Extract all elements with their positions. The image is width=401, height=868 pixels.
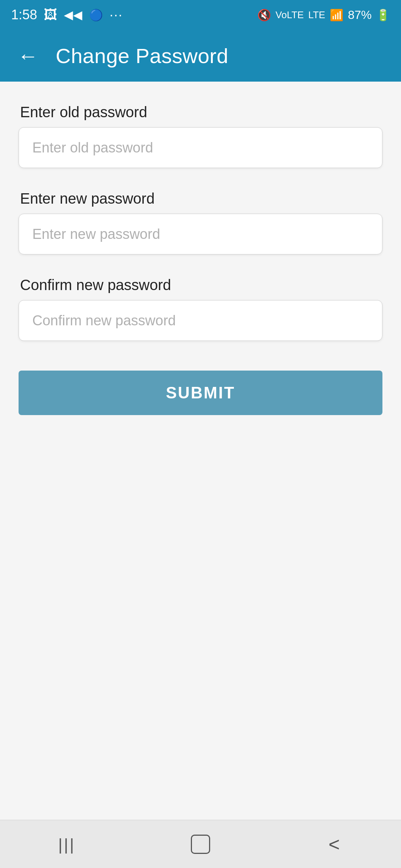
battery-icon: 🔋 bbox=[376, 9, 390, 22]
confirm-password-group: Confirm new password bbox=[19, 277, 382, 341]
submit-button[interactable]: SUBMIT bbox=[19, 371, 382, 415]
recent-apps-icon bbox=[58, 834, 75, 854]
volte-icon: VoLTE bbox=[276, 9, 304, 21]
app-bar: ← Change Password bbox=[0, 30, 401, 82]
confirm-password-label: Confirm new password bbox=[19, 277, 382, 293]
location-icon: 🔵 bbox=[89, 9, 103, 22]
status-bar: 1:58 🖼 ◀◀ 🔵 ··· 🔇 VoLTE LTE 📶 87% 🔋 bbox=[0, 0, 401, 30]
content-area: Enter old password Enter new password Co… bbox=[0, 82, 401, 820]
home-icon bbox=[191, 835, 210, 854]
mute-icon: 🔇 bbox=[257, 9, 271, 22]
status-left: 1:58 🖼 ◀◀ 🔵 ··· bbox=[11, 7, 123, 23]
page-title: Change Password bbox=[56, 44, 228, 68]
home-button[interactable] bbox=[178, 829, 223, 859]
confirm-password-input[interactable] bbox=[19, 300, 382, 341]
more-icon: ··· bbox=[110, 7, 123, 23]
gallery-icon: 🖼 bbox=[44, 7, 57, 23]
nav-bar bbox=[0, 820, 401, 868]
status-right: 🔇 VoLTE LTE 📶 87% 🔋 bbox=[257, 8, 390, 22]
old-password-group: Enter old password bbox=[19, 104, 382, 168]
new-password-input[interactable] bbox=[19, 214, 382, 254]
cast-icon: ◀◀ bbox=[64, 8, 82, 22]
back-nav-button[interactable] bbox=[312, 829, 356, 859]
old-password-input[interactable] bbox=[19, 127, 382, 168]
signal-icon: 📶 bbox=[330, 9, 343, 22]
status-time: 1:58 bbox=[11, 7, 37, 23]
new-password-group: Enter new password bbox=[19, 190, 382, 254]
old-password-label: Enter old password bbox=[19, 104, 382, 121]
back-nav-icon bbox=[329, 833, 340, 855]
lte-icon: LTE bbox=[308, 9, 325, 21]
new-password-label: Enter new password bbox=[19, 190, 382, 207]
back-button[interactable]: ← bbox=[15, 43, 41, 69]
recent-apps-button[interactable] bbox=[45, 829, 89, 859]
battery-percent: 87% bbox=[348, 8, 372, 22]
